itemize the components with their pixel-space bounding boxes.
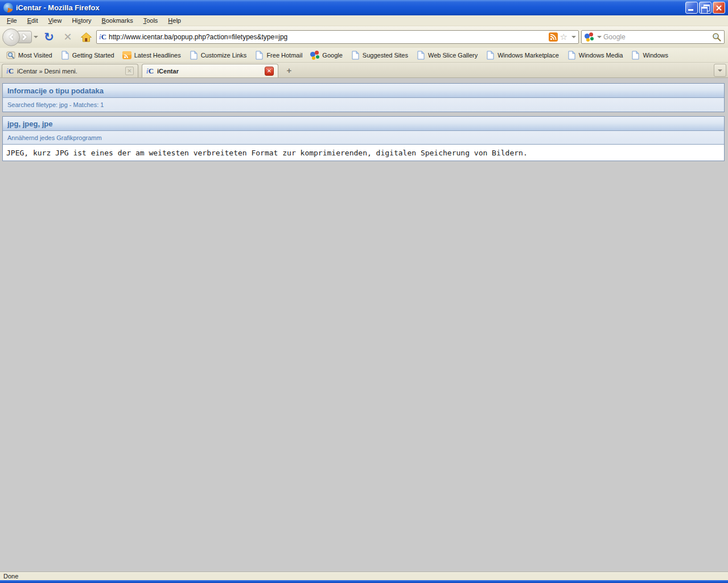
window-title: iCentar - Mozilla Firefox	[16, 3, 685, 12]
menu-bar: File Edit View History Bookmarks Tools H…	[0, 15, 728, 26]
url-input[interactable]	[109, 31, 546, 43]
bookmark-google[interactable]: Google	[307, 49, 346, 61]
section-header: jpg, jpeg, jpe	[3, 117, 724, 131]
most-visited-icon	[6, 51, 15, 60]
restore-button[interactable]	[699, 2, 711, 14]
filetype-section: jpg, jpeg, jpe Annähernd jedes Grafikpro…	[2, 116, 725, 161]
tab-close-icon[interactable]	[125, 67, 134, 75]
firefox-window: iCentar - Mozilla Firefox File Edit View…	[0, 0, 728, 583]
chevron-left-icon	[9, 34, 15, 40]
bookmark-label: Free Hotmail	[266, 52, 302, 59]
page-icon	[486, 51, 495, 60]
bookmark-star-icon[interactable]	[560, 32, 567, 42]
bookmark-label: Suggested Sites	[363, 52, 408, 59]
close-button[interactable]	[713, 2, 725, 14]
status-bar: Done	[0, 572, 728, 580]
reload-button[interactable]	[40, 28, 57, 46]
menu-edit[interactable]: Edit	[22, 16, 43, 25]
url-dropdown-button[interactable]	[571, 36, 576, 38]
bookmark-windows-marketplace[interactable]: Windows Marketplace	[482, 49, 562, 61]
tab-close-icon[interactable]	[265, 67, 274, 76]
bookmark-most-visited[interactable]: Most Visited	[3, 49, 56, 61]
home-icon	[81, 32, 92, 42]
title-bar: iCentar - Mozilla Firefox	[0, 0, 728, 15]
page-icon	[351, 51, 360, 60]
bookmark-label: Customize Links	[201, 52, 247, 59]
menu-bookmarks[interactable]: Bookmarks	[97, 16, 138, 25]
bookmark-label: Getting Started	[72, 52, 114, 59]
bookmark-free-hotmail[interactable]: Free Hotmail	[251, 49, 306, 61]
tab-icentar-desni-meni[interactable]: iC iCentar » Desni meni.	[2, 64, 138, 77]
bookmark-getting-started[interactable]: Getting Started	[57, 49, 118, 61]
menu-view[interactable]: View	[43, 16, 67, 25]
section-header: Informacije o tipu podataka	[3, 84, 724, 98]
menu-file[interactable]: File	[2, 16, 22, 25]
filetype-description-row: JPEG, kurz JPG ist eines der am weiteste…	[3, 145, 724, 161]
bookmark-label: Web Slice Gallery	[428, 52, 478, 59]
bookmark-latest-headlines[interactable]: Latest Headlines	[119, 49, 184, 61]
google-icon	[585, 32, 594, 42]
tab-favicon: iC	[6, 67, 14, 76]
search-engine-dropdown-button[interactable]	[597, 36, 602, 38]
history-dropdown-button[interactable]	[34, 36, 38, 38]
bookmark-web-slice-gallery[interactable]: Web Slice Gallery	[413, 49, 481, 61]
bookmark-windows-media[interactable]: Windows Media	[564, 49, 627, 61]
bookmark-windows[interactable]: Windows	[627, 49, 672, 61]
page-icon	[567, 51, 576, 60]
history-nav-cluster	[2, 28, 38, 46]
tab-label: iCentar	[157, 68, 261, 75]
bookmarks-toolbar: Most Visited Getting Started Latest Head…	[0, 48, 728, 63]
url-bar[interactable]: iC	[96, 30, 579, 44]
menu-help[interactable]: Help	[163, 16, 186, 25]
search-box[interactable]	[581, 30, 725, 44]
google-icon	[310, 51, 319, 60]
page-icon	[631, 51, 640, 60]
page-icon	[254, 51, 264, 60]
back-button[interactable]	[2, 28, 20, 46]
page-icon	[189, 51, 198, 60]
search-result-summary: Searched filetype: jpg - Matches: 1	[3, 98, 724, 112]
page-icon	[416, 51, 425, 60]
minimize-button[interactable]	[685, 2, 698, 14]
navigation-toolbar: iC	[0, 26, 728, 48]
page-icon	[60, 51, 69, 60]
tab-label: iCentar » Desni meni.	[17, 68, 122, 75]
new-tab-button[interactable]	[282, 64, 297, 77]
menu-tools[interactable]: Tools	[138, 16, 163, 25]
window-controls	[685, 2, 725, 14]
rss-feed-icon[interactable]	[549, 32, 558, 42]
rss-icon	[122, 51, 131, 60]
tab-icentar-active[interactable]: iC iCentar	[142, 64, 278, 77]
filetype-program-row: Annähernd jedes Grafikprogramm	[3, 131, 724, 145]
chevron-right-icon	[20, 34, 26, 40]
tab-bar: iC iCentar » Desni meni. iC iCentar	[0, 63, 728, 78]
site-favicon: iC	[99, 32, 106, 42]
bookmark-label: Google	[322, 52, 342, 59]
firefox-icon	[3, 3, 13, 13]
status-text: Done	[3, 573, 18, 580]
search-input[interactable]	[603, 33, 710, 41]
bookmark-label: Windows Marketplace	[497, 52, 559, 59]
info-section: Informacije o tipu podataka Searched fil…	[2, 83, 725, 112]
bookmark-customize-links[interactable]: Customize Links	[186, 49, 250, 61]
search-magnifier-icon[interactable]	[712, 32, 721, 42]
tab-favicon: iC	[146, 67, 154, 76]
bookmark-label: Latest Headlines	[134, 52, 181, 59]
page-content: Informacije o tipu podataka Searched fil…	[0, 78, 728, 572]
bookmark-suggested-sites[interactable]: Suggested Sites	[347, 49, 412, 61]
bookmark-label: Windows Media	[579, 52, 623, 59]
bookmark-label: Most Visited	[18, 52, 52, 59]
window-bottom-edge	[0, 580, 728, 583]
bookmark-label: Windows	[643, 52, 668, 59]
tab-list-dropdown-button[interactable]	[714, 64, 726, 77]
home-button[interactable]	[78, 32, 94, 42]
stop-button[interactable]	[60, 28, 76, 46]
menu-history[interactable]: History	[67, 16, 96, 25]
